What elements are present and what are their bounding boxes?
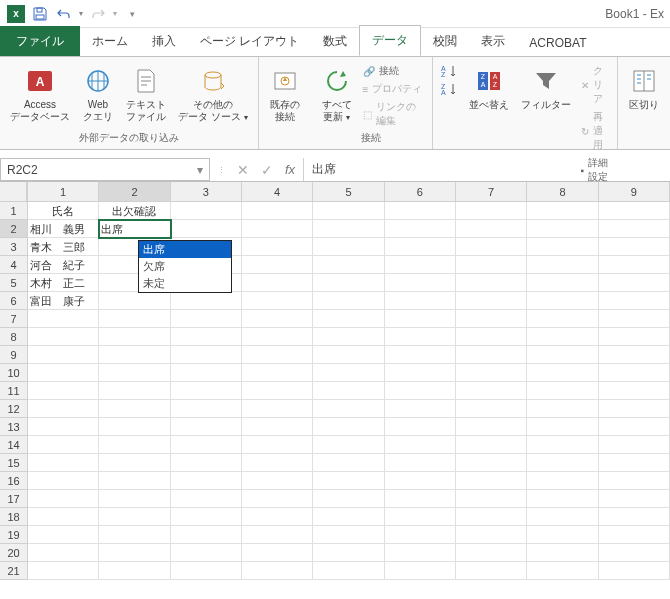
- redo-icon[interactable]: [86, 2, 110, 26]
- cell[interactable]: 河合 紀子: [28, 256, 99, 274]
- cell[interactable]: [171, 472, 242, 490]
- clear-filter-button[interactable]: ✕クリア: [579, 63, 611, 107]
- cell[interactable]: [385, 274, 456, 292]
- tab-home[interactable]: ホーム: [80, 26, 140, 56]
- cell[interactable]: [99, 328, 170, 346]
- cell[interactable]: [28, 472, 99, 490]
- cell[interactable]: [242, 562, 313, 580]
- cell[interactable]: [313, 202, 384, 220]
- cell[interactable]: [313, 562, 384, 580]
- cell[interactable]: [599, 346, 670, 364]
- column-header[interactable]: 7: [456, 182, 527, 201]
- cell[interactable]: [242, 436, 313, 454]
- cell[interactable]: [456, 202, 527, 220]
- row-header[interactable]: 13: [0, 418, 27, 436]
- excel-icon[interactable]: x: [4, 2, 28, 26]
- cell[interactable]: [313, 436, 384, 454]
- cell[interactable]: [456, 508, 527, 526]
- cell[interactable]: [456, 544, 527, 562]
- row-header[interactable]: 21: [0, 562, 27, 580]
- cell[interactable]: [599, 562, 670, 580]
- cell[interactable]: [313, 544, 384, 562]
- cell[interactable]: [28, 382, 99, 400]
- cell[interactable]: [599, 454, 670, 472]
- cell[interactable]: [527, 472, 598, 490]
- formula-expand-icon[interactable]: ⋮: [218, 166, 225, 174]
- cell[interactable]: [527, 382, 598, 400]
- cell[interactable]: 相川 義男: [28, 220, 99, 238]
- cell[interactable]: [99, 508, 170, 526]
- cell[interactable]: [599, 202, 670, 220]
- cell[interactable]: [242, 346, 313, 364]
- cell[interactable]: [313, 490, 384, 508]
- tab-data[interactable]: データ: [359, 25, 421, 56]
- cell[interactable]: [456, 418, 527, 436]
- cell[interactable]: [599, 472, 670, 490]
- cell[interactable]: [242, 310, 313, 328]
- cell[interactable]: [456, 472, 527, 490]
- cell[interactable]: [99, 454, 170, 472]
- cell[interactable]: [599, 544, 670, 562]
- cell[interactable]: [385, 562, 456, 580]
- row-header[interactable]: 3: [0, 238, 27, 256]
- cell[interactable]: [599, 400, 670, 418]
- tab-file[interactable]: ファイル: [0, 26, 80, 56]
- row-header[interactable]: 6: [0, 292, 27, 310]
- cell[interactable]: [527, 526, 598, 544]
- cell[interactable]: [99, 436, 170, 454]
- cell[interactable]: [385, 436, 456, 454]
- cell[interactable]: [599, 508, 670, 526]
- cell[interactable]: [171, 310, 242, 328]
- cell[interactable]: [385, 346, 456, 364]
- cell[interactable]: [171, 508, 242, 526]
- cell[interactable]: [313, 382, 384, 400]
- cell[interactable]: [385, 202, 456, 220]
- cell[interactable]: [599, 418, 670, 436]
- tab-formulas[interactable]: 数式: [311, 26, 359, 56]
- cell[interactable]: [527, 292, 598, 310]
- row-header[interactable]: 19: [0, 526, 27, 544]
- cell[interactable]: [99, 472, 170, 490]
- cell[interactable]: [527, 544, 598, 562]
- tab-page-layout[interactable]: ページ レイアウト: [188, 26, 311, 56]
- cell[interactable]: [527, 220, 598, 238]
- cell[interactable]: [171, 454, 242, 472]
- edit-links-button[interactable]: ⬚リンクの編集: [361, 99, 426, 129]
- cell[interactable]: [242, 274, 313, 292]
- cell[interactable]: [28, 490, 99, 508]
- cell[interactable]: [527, 436, 598, 454]
- cell[interactable]: [28, 526, 99, 544]
- redo-dropdown-icon[interactable]: ▾: [110, 2, 120, 26]
- cell[interactable]: [242, 238, 313, 256]
- cell[interactable]: [599, 256, 670, 274]
- cell[interactable]: [171, 436, 242, 454]
- cell[interactable]: [242, 292, 313, 310]
- cell[interactable]: [456, 562, 527, 580]
- cell[interactable]: [385, 472, 456, 490]
- cell[interactable]: [313, 238, 384, 256]
- tab-view[interactable]: 表示: [469, 26, 517, 56]
- cell[interactable]: [527, 238, 598, 256]
- cell[interactable]: [99, 544, 170, 562]
- validation-dropdown-arrow[interactable]: ▼: [170, 220, 171, 238]
- tab-review[interactable]: 校閲: [421, 26, 469, 56]
- cell[interactable]: [385, 220, 456, 238]
- reapply-button[interactable]: ↻再適用: [579, 109, 611, 153]
- cell[interactable]: [242, 364, 313, 382]
- cell[interactable]: [456, 454, 527, 472]
- cell[interactable]: [28, 544, 99, 562]
- row-header[interactable]: 9: [0, 346, 27, 364]
- cell[interactable]: [99, 400, 170, 418]
- cell[interactable]: [456, 400, 527, 418]
- row-header[interactable]: 17: [0, 490, 27, 508]
- text-to-columns-button[interactable]: 区切り: [624, 63, 664, 113]
- cell[interactable]: [456, 490, 527, 508]
- cell[interactable]: [456, 238, 527, 256]
- cell[interactable]: [99, 292, 170, 310]
- cell[interactable]: [456, 436, 527, 454]
- cell[interactable]: [242, 454, 313, 472]
- cell[interactable]: 富田 康子: [28, 292, 99, 310]
- row-header[interactable]: 16: [0, 472, 27, 490]
- cell[interactable]: [242, 382, 313, 400]
- cell[interactable]: [313, 328, 384, 346]
